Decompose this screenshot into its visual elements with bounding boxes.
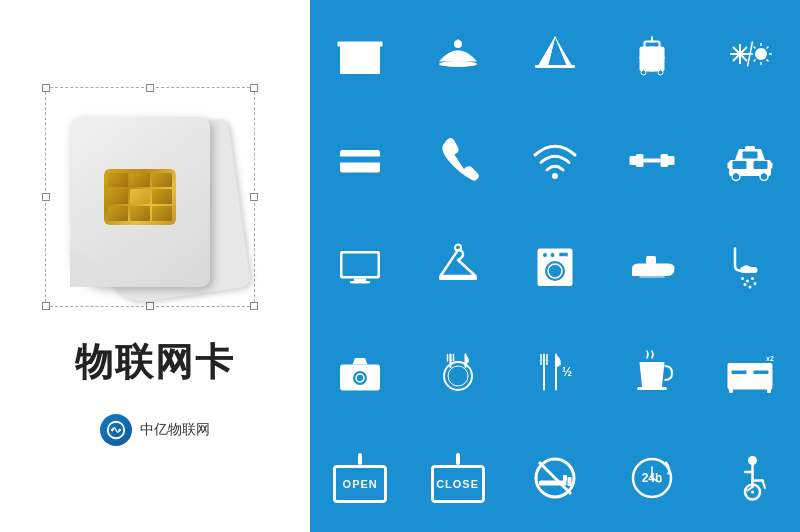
svg-rect-19 — [535, 65, 575, 68]
gym-icon[interactable] — [605, 109, 699, 212]
svg-rect-60 — [343, 253, 378, 276]
svg-rect-23 — [640, 57, 665, 60]
svg-rect-48 — [661, 154, 669, 167]
luggage-icon[interactable] — [605, 3, 699, 106]
svg-point-117 — [751, 490, 754, 493]
coffee-icon[interactable] — [605, 320, 699, 423]
svg-rect-42 — [340, 157, 380, 163]
iron-icon[interactable] — [605, 215, 699, 318]
svg-point-24 — [641, 70, 646, 75]
no-smoking-icon[interactable] — [508, 426, 602, 529]
hotel-icon[interactable]: ★★★★ — [313, 3, 407, 106]
svg-point-1 — [111, 428, 114, 431]
svg-point-79 — [748, 285, 751, 288]
svg-point-77 — [743, 283, 746, 286]
close-sign-icon[interactable]: CLOSE — [410, 426, 504, 529]
phone-icon[interactable] — [410, 109, 504, 212]
svg-rect-73 — [740, 267, 758, 273]
svg-text:★★★★: ★★★★ — [352, 35, 369, 41]
svg-rect-64 — [439, 276, 477, 280]
wifi-icon[interactable] — [508, 109, 602, 212]
svg-rect-56 — [732, 161, 746, 169]
svg-point-53 — [732, 173, 740, 181]
svg-rect-9 — [357, 63, 365, 71]
half-board-icon[interactable]: ½ — [508, 320, 602, 423]
shower-icon[interactable] — [703, 215, 797, 318]
brand-area: 中亿物联网 — [100, 414, 210, 446]
svg-point-69 — [550, 252, 555, 257]
svg-rect-57 — [753, 161, 767, 169]
svg-rect-104 — [767, 388, 771, 393]
svg-rect-101 — [727, 363, 772, 370]
svg-rect-45 — [630, 156, 638, 165]
svg-point-78 — [753, 282, 756, 285]
svg-rect-5 — [345, 52, 353, 60]
svg-rect-103 — [729, 388, 733, 393]
svg-text:x2: x2 — [766, 355, 774, 362]
svg-point-44 — [552, 173, 558, 179]
svg-rect-107 — [567, 477, 571, 486]
svg-line-38 — [753, 60, 755, 62]
camping-icon[interactable] — [508, 3, 602, 106]
svg-point-85 — [448, 366, 468, 386]
brand-name: 中亿物联网 — [140, 421, 210, 439]
svg-point-2 — [118, 428, 121, 431]
room-service-icon[interactable] — [410, 3, 504, 106]
svg-point-68 — [542, 252, 547, 257]
svg-rect-8 — [345, 63, 353, 71]
svg-rect-71 — [646, 256, 656, 264]
svg-point-25 — [658, 70, 663, 75]
svg-point-74 — [741, 277, 744, 280]
svg-point-63 — [455, 244, 461, 250]
hanger-icon[interactable] — [410, 215, 504, 318]
taxi-icon[interactable] — [703, 109, 797, 212]
svg-rect-100 — [753, 370, 769, 375]
svg-rect-70 — [559, 252, 568, 256]
svg-line-36 — [753, 47, 755, 49]
svg-rect-62 — [350, 281, 370, 284]
svg-rect-96 — [637, 387, 667, 390]
svg-point-31 — [755, 48, 767, 60]
svg-rect-6 — [357, 52, 365, 60]
svg-rect-7 — [368, 52, 376, 60]
svg-rect-58 — [745, 146, 755, 150]
open-sign-icon[interactable]: OPEN — [313, 426, 407, 529]
card-icon[interactable] — [313, 109, 407, 212]
svg-rect-51 — [727, 163, 732, 169]
svg-rect-52 — [767, 163, 772, 169]
svg-point-83 — [370, 367, 375, 372]
temperature-icon[interactable] — [703, 3, 797, 106]
icon-grid: ★★★★ — [310, 0, 800, 532]
24h-icon[interactable]: 24h — [605, 426, 699, 529]
wheelchair-icon[interactable] — [703, 426, 797, 529]
sim-card-front — [70, 117, 210, 287]
left-panel: 物联网卡 中亿物联网 — [0, 0, 310, 532]
svg-rect-49 — [644, 159, 661, 163]
restaurant-icon[interactable] — [410, 320, 504, 423]
svg-point-75 — [746, 279, 749, 282]
svg-rect-10 — [368, 63, 376, 71]
washer-icon[interactable] — [508, 215, 602, 318]
svg-point-54 — [760, 173, 768, 181]
svg-rect-14 — [448, 63, 468, 66]
camera-icon[interactable] — [313, 320, 407, 423]
brand-logo — [100, 414, 132, 446]
sim-chip — [104, 169, 176, 225]
svg-rect-13 — [455, 57, 461, 65]
svg-point-115 — [748, 456, 757, 465]
svg-rect-55 — [742, 152, 757, 159]
svg-rect-108 — [563, 475, 567, 481]
sim-card-image — [45, 87, 265, 317]
svg-point-81 — [352, 370, 368, 386]
svg-point-76 — [751, 277, 754, 280]
svg-rect-4 — [338, 42, 383, 47]
svg-rect-43 — [344, 165, 357, 168]
tv-icon[interactable] — [313, 215, 407, 318]
svg-rect-26 — [651, 37, 653, 43]
svg-line-39 — [766, 47, 768, 49]
svg-rect-99 — [731, 370, 747, 375]
twin-bed-icon[interactable]: x2 — [703, 320, 797, 423]
svg-text:½: ½ — [562, 364, 572, 378]
svg-line-37 — [766, 60, 768, 62]
product-title: 物联网卡 — [75, 337, 235, 388]
